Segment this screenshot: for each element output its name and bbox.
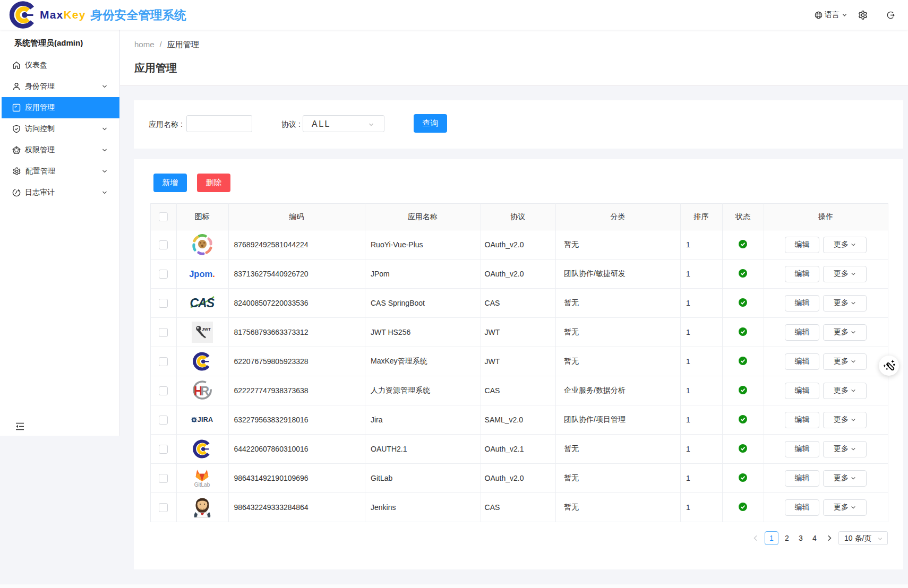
svg-text:JWT: JWT — [202, 327, 211, 332]
svg-text:R: R — [200, 384, 209, 398]
